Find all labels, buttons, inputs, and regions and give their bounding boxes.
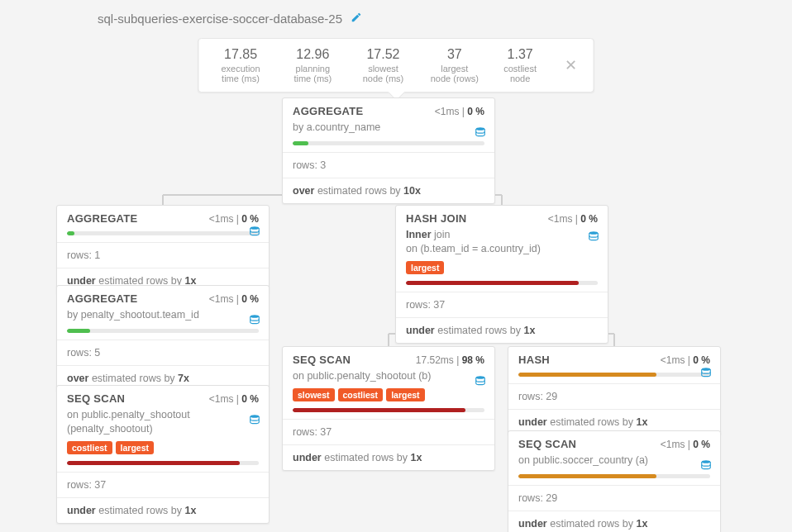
node-rows: rows: 3 [283,152,494,178]
page-title: sql-subqueries-exercise-soccer-database-… [98,12,342,26]
node-op: AGGREGATE [67,292,138,305]
node-op: HASH [518,354,550,366]
node-estimate: under estimated rows by 1x [283,444,494,470]
node-bar [293,141,484,145]
plan-node-seqscan-b[interactable]: SEQ SCAN 17.52ms | 98 % on public.penalt… [282,346,495,471]
stat-largest: 37 largest node (rows) [430,47,479,83]
disk-icon[interactable] [249,226,260,237]
edit-icon[interactable] [351,12,362,26]
plan-node-seqscan-country[interactable]: SEQ SCAN <1ms | 0 % on public.soccer_cou… [508,430,721,532]
node-op: SEQ SCAN [518,438,576,450]
node-bar [293,408,484,412]
stat-label: largest node (rows) [430,64,479,83]
stat-value: 17.85 [216,47,266,62]
node-estimate: under estimated rows by 1x [396,317,608,343]
node-time: <1ms | 0 % [209,293,259,305]
node-bar [67,231,259,235]
node-op: HASH JOIN [406,212,467,225]
disk-icon[interactable] [249,414,260,425]
node-estimate: over estimated rows by 10x [283,178,494,203]
stat-costliest: 1.37 costliest node [503,47,538,83]
node-time: <1ms | 0 % [209,393,259,405]
disk-icon[interactable] [475,126,486,138]
plan-node-aggregate[interactable]: AGGREGATE <1ms | 0 % rows: 1 under estim… [56,205,270,294]
node-bar [518,474,710,478]
node-rows: rows: 37 [57,472,269,497]
tag-largest: largest [386,388,424,401]
tag-largest: largest [406,261,444,274]
node-detail: by a.country_name [293,121,484,135]
disk-icon[interactable] [700,459,712,471]
node-estimate: under estimated rows by 1x [57,497,269,523]
node-time: 17.52ms | 98 % [416,354,484,366]
tag-costliest: costliest [338,388,384,401]
node-bar [406,281,598,285]
node-detail: on public.penalty_shootout (penalty_shoo… [67,408,259,436]
node-time: <1ms | 0 % [435,106,484,117]
stat-label: costliest node [503,64,538,83]
plan-node-aggregate-root[interactable]: AGGREGATE <1ms | 0 % by a.country_name r… [282,97,495,204]
node-rows: rows: 37 [283,419,494,444]
node-time: <1ms | 0 % [209,213,259,225]
tag-costliest: costliest [67,441,112,454]
node-op: SEQ SCAN [67,392,125,405]
node-bar [518,373,710,377]
node-detail: Inner joinon (b.team_id = a.country_id) [406,228,598,256]
stat-label: slowest node (ms) [360,64,407,83]
close-icon[interactable]: ✕ [565,56,577,74]
node-rows: rows: 1 [57,242,269,268]
node-detail: on public.soccer_country (a) [518,454,710,468]
node-rows: rows: 37 [396,292,608,317]
tag-slowest: slowest [293,388,335,401]
node-detail: by penalty_shootout.team_id [67,308,259,322]
node-rows: rows: 29 [508,485,720,511]
stat-plan-time: 12.96 planning time (ms) [289,47,337,83]
node-op: SEQ SCAN [293,354,351,366]
stat-label: planning time (ms) [289,64,337,83]
plan-stats: 17.85 execution time (ms) 12.96 planning… [198,38,594,93]
node-op: AGGREGATE [67,212,138,225]
node-rows: rows: 5 [57,340,269,365]
plan-node-seqscan-ps[interactable]: SEQ SCAN <1ms | 0 % on public.penalty_sh… [56,385,270,524]
stat-value: 37 [430,47,479,62]
plan-node-hash-join[interactable]: HASH JOIN <1ms | 0 % Inner joinon (b.tea… [395,205,608,344]
node-time: <1ms | 0 % [661,439,710,450]
node-bar [67,329,259,333]
stat-slowest: 17.52 slowest node (ms) [360,47,407,83]
node-detail: on public.penalty_shootout (b) [293,369,484,383]
node-estimate: under estimated rows by 1x [508,511,720,532]
plan-node-hash[interactable]: HASH <1ms | 0 % rows: 29 under estimated… [508,346,721,435]
tag-largest: largest [116,441,154,454]
disk-icon[interactable] [475,375,486,387]
stat-exec-time: 17.85 execution time (ms) [216,47,266,83]
stat-value: 12.96 [289,47,337,62]
node-bar [67,461,259,465]
disk-icon[interactable] [249,314,260,325]
node-op: AGGREGATE [293,105,364,117]
node-time: <1ms | 0 % [661,354,710,366]
disk-icon[interactable] [700,367,712,378]
node-time: <1ms | 0 % [548,213,598,225]
stat-label: execution time (ms) [216,64,266,83]
plan-node-aggregate-by-team[interactable]: AGGREGATE <1ms | 0 % by penalty_shootout… [56,285,270,392]
stat-value: 17.52 [360,47,407,62]
stat-value: 1.37 [503,47,538,62]
node-rows: rows: 29 [508,383,720,409]
disk-icon[interactable] [588,230,599,242]
